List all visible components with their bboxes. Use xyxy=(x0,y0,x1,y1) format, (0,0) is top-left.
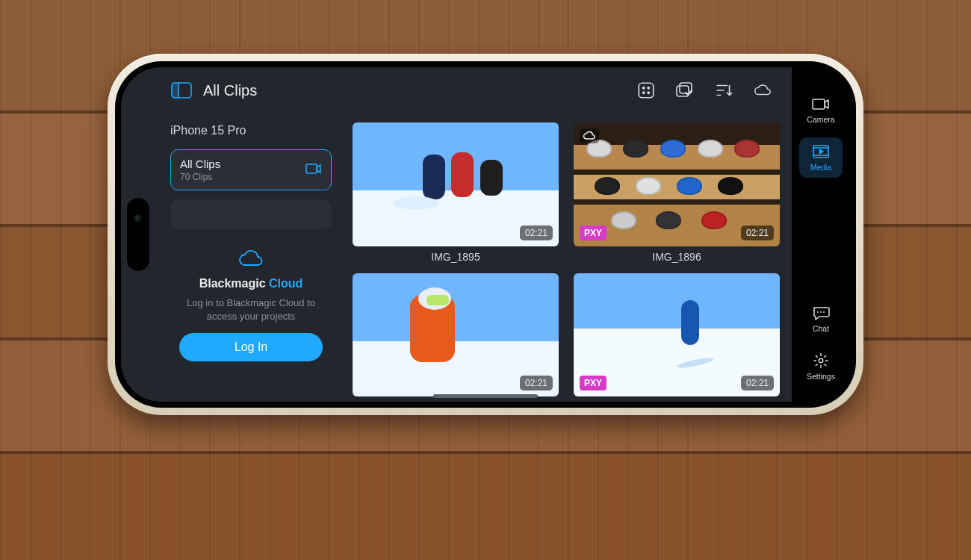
rail-chat[interactable]: Chat xyxy=(799,299,843,339)
svg-point-19 xyxy=(817,311,819,313)
clip-duration: 02:21 xyxy=(741,376,774,391)
app-screen: All Clips xyxy=(121,67,850,402)
phone-bezel: All Clips xyxy=(115,61,856,408)
svg-point-7 xyxy=(648,92,649,93)
clip-item: 02:21 IMG_1897 xyxy=(353,273,559,402)
proxy-badge: PXY xyxy=(580,376,607,391)
clip-grid-scroll[interactable]: 02:21 IMG_1895 xyxy=(345,113,792,402)
cloud-badge-icon xyxy=(580,128,599,143)
svg-point-20 xyxy=(820,311,822,313)
clip-grid: 02:21 IMG_1895 xyxy=(353,122,780,402)
svg-rect-3 xyxy=(639,83,654,98)
clip-thumbnail[interactable]: PXY 02:21 xyxy=(574,273,780,397)
app-main: All Clips xyxy=(121,67,792,402)
select-clips-icon[interactable] xyxy=(674,79,696,102)
svg-point-4 xyxy=(643,87,645,89)
cloud-brand-b: Cloud xyxy=(269,277,303,290)
clip-name: IMG_1895 xyxy=(353,251,559,263)
rail-settings[interactable]: Settings xyxy=(799,346,843,387)
right-rail: Camera Media Chat Settings xyxy=(792,67,850,402)
dynamic-island xyxy=(127,198,149,271)
sidebar: iPhone 15 Pro All Clips 70 Clips xyxy=(121,113,345,402)
clip-duration: 02:21 xyxy=(520,376,553,391)
clip-name: IMG_1898 xyxy=(574,401,780,402)
login-button[interactable]: Log In xyxy=(179,333,323,361)
clip-name: IMG_1897 xyxy=(353,401,559,402)
svg-point-21 xyxy=(823,311,825,313)
clip-duration: 02:21 xyxy=(520,225,553,240)
svg-point-6 xyxy=(643,92,645,93)
device-name: iPhone 15 Pro xyxy=(170,124,332,137)
cloud-brand: Blackmagic Cloud xyxy=(199,277,303,290)
proxy-badge: PXY xyxy=(580,225,607,240)
clip-name: IMG_1896 xyxy=(574,251,780,263)
svg-rect-14 xyxy=(813,99,825,109)
clip-item: PXY 02:21 IMG_1898 xyxy=(574,273,780,402)
app-body: iPhone 15 Pro All Clips 70 Clips xyxy=(121,113,792,402)
top-actions xyxy=(635,79,774,102)
rail-label: Camera xyxy=(807,115,834,124)
camera-icon xyxy=(305,162,322,178)
rail-media[interactable]: Media xyxy=(799,137,843,178)
clip-thumbnail[interactable]: 02:21 xyxy=(353,122,559,246)
clip-thumbnail[interactable]: PXY 02:21 xyxy=(574,122,780,246)
sidebar-placeholder xyxy=(170,199,332,229)
clip-filter-all[interactable]: All Clips 70 Clips xyxy=(170,149,332,190)
cloud-icon xyxy=(238,249,264,271)
home-indicator[interactable] xyxy=(433,394,538,398)
clip-thumbnail[interactable]: 02:21 xyxy=(353,273,559,397)
cloud-brand-a: Blackmagic xyxy=(199,277,269,290)
clip-duration: 02:21 xyxy=(741,225,774,240)
sidebar-toggle-icon[interactable] xyxy=(170,79,193,102)
clip-filter-title: All Clips xyxy=(180,158,298,170)
clip-item: PXY 02:21 IMG_1896 xyxy=(574,122,780,263)
rail-label: Media xyxy=(810,163,832,172)
svg-marker-16 xyxy=(819,149,824,155)
clip-item: 02:21 IMG_1895 xyxy=(353,122,559,263)
proxy-label: PXY xyxy=(584,378,602,388)
clip-filter-count: 70 Clips xyxy=(180,172,298,182)
cloud-sync-icon[interactable] xyxy=(751,79,774,102)
svg-point-5 xyxy=(648,87,649,89)
svg-point-22 xyxy=(819,358,823,363)
cloud-login-card: Blackmagic Cloud Log in to Blackmagic Cl… xyxy=(170,238,332,370)
rail-camera[interactable]: Camera xyxy=(799,90,843,130)
page-title: All Clips xyxy=(203,82,624,99)
grid-view-icon[interactable] xyxy=(635,79,657,102)
phone-frame: All Clips xyxy=(108,54,863,415)
top-bar: All Clips xyxy=(121,67,792,113)
sort-icon[interactable] xyxy=(713,79,735,102)
svg-rect-2 xyxy=(172,83,179,98)
cloud-subtitle: Log in to Blackmagic Cloud to access you… xyxy=(179,296,323,323)
svg-rect-13 xyxy=(306,164,317,173)
rail-label: Chat xyxy=(813,324,829,333)
proxy-label: PXY xyxy=(584,228,602,238)
rail-label: Settings xyxy=(807,372,835,381)
